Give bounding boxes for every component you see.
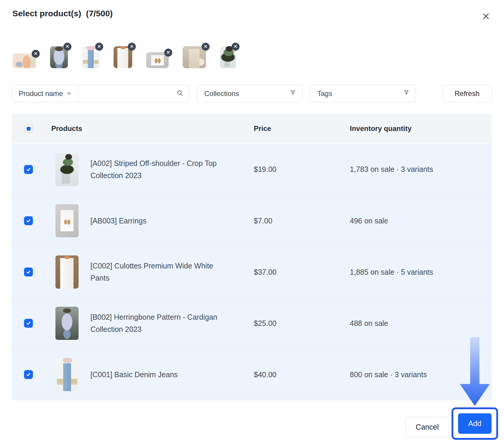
- row-checkbox[interactable]: [24, 165, 33, 174]
- product-price: $7.00: [254, 217, 350, 225]
- product-name: [C001] Basic Denim Jeans: [90, 369, 178, 381]
- check-icon: [26, 321, 31, 326]
- product-inventory: 1,885 on sale · 5 variants: [350, 268, 491, 276]
- column-header-price: Price: [254, 124, 350, 133]
- column-header-inventory: Inventory quantity: [350, 124, 491, 133]
- products-table: Products Price Inventory quantity [A002]…: [12, 114, 492, 400]
- filters-toolbar: Product name Collections Tags Refresh: [12, 85, 492, 103]
- product-inventory: 1,783 on sale · 3 variants: [350, 165, 491, 174]
- product-price: $19.00: [254, 165, 350, 174]
- select-products-modal: Select product(s)(7/500): [0, 0, 504, 440]
- selected-product-thumbnail: [12, 53, 36, 68]
- selected-product-thumbnail: [146, 52, 169, 68]
- product-name: [B002] Herringbone Pattern - Cardigan Co…: [90, 311, 233, 335]
- search-group: Product name: [12, 85, 189, 103]
- close-icon: [98, 44, 101, 49]
- product-price: $25.00: [254, 319, 350, 328]
- search-input-wrap: [78, 85, 189, 102]
- close-icon: [167, 50, 170, 55]
- close-icon: [130, 44, 133, 49]
- remove-product-button[interactable]: [128, 43, 136, 51]
- selection-counter: (7/500): [86, 9, 113, 18]
- close-icon: [34, 52, 37, 56]
- table-row[interactable]: [C001] Basic Denim Jeans $40.00 800 on s…: [12, 349, 491, 400]
- row-checkbox[interactable]: [24, 319, 33, 328]
- add-button-highlight-outline: Add: [452, 407, 498, 440]
- tags-filter-label: Tags: [317, 89, 332, 98]
- selected-products-row: [12, 44, 504, 68]
- product-inventory: 488 on sale: [350, 319, 491, 328]
- product-thumbnail: [55, 307, 79, 340]
- close-icon: [66, 44, 69, 49]
- product-name: [AB003] Earrings: [90, 215, 146, 227]
- column-header-products: Products: [45, 124, 254, 133]
- indeterminate-mark: [27, 127, 31, 131]
- remove-product-button[interactable]: [95, 43, 103, 51]
- remove-product-button[interactable]: [164, 49, 172, 57]
- search-input[interactable]: [83, 89, 176, 98]
- check-icon: [26, 269, 31, 275]
- selected-product-thumbnail: [114, 46, 132, 68]
- row-checkbox[interactable]: [24, 216, 33, 225]
- collections-filter[interactable]: Collections: [197, 85, 302, 103]
- chevron-down-icon: [66, 89, 72, 98]
- refresh-button[interactable]: Refresh: [443, 85, 492, 103]
- cancel-button[interactable]: Cancel: [405, 417, 449, 437]
- close-button[interactable]: [480, 10, 492, 23]
- table-header: Products Price Inventory quantity: [12, 114, 491, 144]
- filter-funnel-icon: [403, 89, 410, 98]
- selected-product-thumbnail: [220, 46, 236, 68]
- select-all-checkbox[interactable]: [24, 124, 33, 133]
- search-field-label: Product name: [19, 89, 63, 98]
- product-inventory: 800 on sale · 3 variants: [350, 370, 491, 379]
- modal-header: Select product(s)(7/500): [0, 0, 504, 23]
- product-name: [A002] Striped Off-shoulder - Crop Top C…: [90, 157, 233, 182]
- product-thumbnail: [55, 153, 79, 186]
- remove-product-button[interactable]: [232, 43, 240, 51]
- modal-title: Select product(s): [12, 9, 81, 18]
- table-row[interactable]: [A002] Striped Off-shoulder - Crop Top C…: [12, 144, 491, 195]
- table-row[interactable]: [B002] Herringbone Pattern - Cardigan Co…: [12, 297, 491, 349]
- check-icon: [26, 167, 31, 172]
- check-icon: [26, 218, 31, 223]
- row-checkbox[interactable]: [24, 370, 33, 379]
- check-icon: [26, 372, 31, 377]
- collections-filter-label: Collections: [204, 89, 239, 98]
- search-field-dropdown[interactable]: Product name: [12, 85, 78, 102]
- close-icon: [204, 44, 207, 49]
- product-thumbnail: [55, 358, 79, 391]
- product-name: [C002] Culottes Premium Wide White Pants: [90, 260, 233, 284]
- row-checkbox[interactable]: [24, 268, 33, 276]
- selected-product-thumbnail: [50, 46, 68, 68]
- remove-product-button[interactable]: [63, 43, 71, 51]
- search-icon: [176, 89, 184, 98]
- filter-funnel-icon: [290, 89, 296, 98]
- table-row[interactable]: [C002] Culottes Premium Wide White Pants…: [12, 246, 491, 297]
- close-icon: [234, 44, 237, 49]
- table-row[interactable]: [AB003] Earrings $7.00 496 on sale: [12, 195, 491, 246]
- selected-product-thumbnail: [82, 46, 100, 68]
- product-inventory: 496 on sale: [350, 217, 491, 225]
- tags-filter[interactable]: Tags: [310, 85, 416, 103]
- product-price: $40.00: [254, 370, 350, 379]
- close-icon: [481, 17, 490, 22]
- add-button[interactable]: Add: [458, 413, 492, 434]
- product-price: $37.00: [254, 268, 350, 276]
- page-title: Select product(s)(7/500): [12, 9, 113, 18]
- product-thumbnail: [55, 204, 79, 237]
- remove-product-button[interactable]: [32, 50, 40, 58]
- selected-product-thumbnail: [183, 46, 206, 68]
- remove-product-button[interactable]: [202, 43, 210, 51]
- product-thumbnail: [55, 255, 79, 289]
